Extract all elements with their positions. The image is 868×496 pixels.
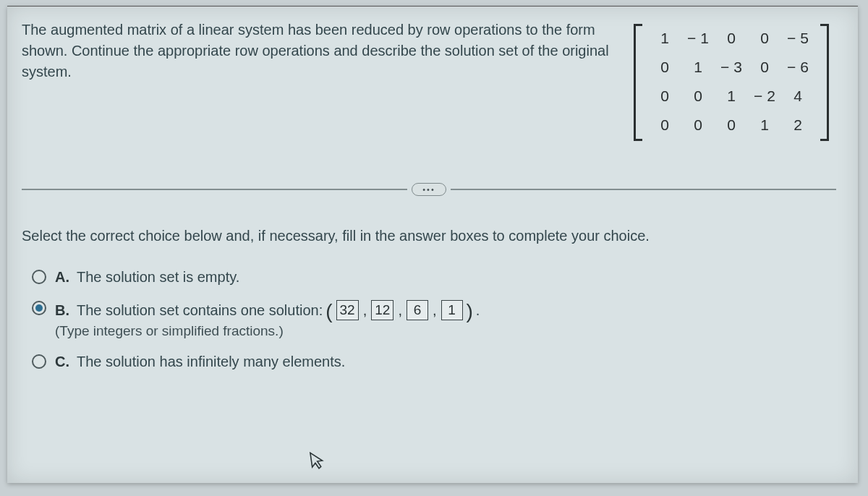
cursor-icon: [308, 450, 328, 477]
choice-text: The solution set contains one solution:: [77, 302, 323, 319]
choice-letter: A.: [55, 269, 69, 286]
matrix-cell: − 6: [787, 59, 809, 76]
matrix-cell: 1: [660, 30, 669, 47]
matrix-grid: 1 − 1 0 0 − 5 0 1 − 3 0 − 6 0 0 1 − 2 4 …: [644, 22, 819, 141]
matrix-cell: − 1: [687, 30, 709, 47]
augmented-matrix: 1 − 1 0 0 − 5 0 1 − 3 0 − 6 0 0 1 − 2 4 …: [634, 20, 829, 144]
answer-box-4[interactable]: 1: [441, 300, 463, 320]
matrix-cell: − 2: [754, 87, 775, 105]
matrix-cell: 4: [793, 87, 802, 105]
answer-box-2[interactable]: 12: [371, 300, 393, 320]
more-dots-button[interactable]: •••: [412, 183, 446, 196]
choice-hint: (Type integers or simplified fractions.): [55, 323, 480, 339]
matrix-cell: 0: [760, 30, 769, 47]
question-card: The augmented matrix of a linear system …: [7, 6, 858, 483]
paren-open: (: [326, 304, 332, 319]
choice-letter: B.: [55, 302, 69, 319]
comma: ,: [398, 302, 402, 319]
comma: ,: [363, 302, 367, 319]
radio-b[interactable]: [32, 301, 46, 315]
matrix-cell: 0: [694, 116, 702, 134]
answer-box-3[interactable]: 6: [407, 300, 428, 320]
matrix-cell: 1: [760, 116, 769, 134]
instruction-text: Select the correct choice below and, if …: [22, 228, 836, 244]
matrix-cell: 1: [694, 59, 702, 76]
matrix-cell: 2: [793, 116, 802, 134]
choice-text: The solution set is empty.: [77, 269, 239, 286]
matrix-cell: 0: [727, 116, 736, 134]
answer-box-1[interactable]: 32: [336, 300, 359, 320]
choice-c[interactable]: C. The solution has infinitely many elem…: [32, 354, 836, 370]
period: .: [476, 302, 480, 319]
matrix-cell: 0: [660, 87, 669, 105]
radio-c[interactable]: [32, 354, 46, 369]
matrix-cell: 0: [660, 116, 669, 134]
choice-list: A. The solution set is empty. B. The sol…: [22, 269, 836, 370]
matrix-cell: 0: [760, 59, 769, 76]
choice-letter: C.: [55, 354, 69, 370]
matrix-cell: − 3: [720, 59, 742, 76]
divider: •••: [22, 180, 836, 199]
choice-a[interactable]: A. The solution set is empty.: [32, 269, 836, 286]
matrix-cell: 0: [727, 30, 736, 47]
radio-a[interactable]: [32, 270, 46, 284]
comma: ,: [433, 302, 437, 319]
choice-text: The solution has infinitely many element…: [77, 354, 345, 370]
matrix-cell: 1: [727, 87, 736, 105]
matrix-cell: 0: [660, 59, 669, 76]
matrix-cell: − 5: [787, 30, 809, 47]
bracket-left: [634, 22, 644, 141]
question-text: The augmented matrix of a linear system …: [22, 20, 619, 82]
top-area: The augmented matrix of a linear system …: [22, 20, 836, 144]
matrix-cell: 0: [694, 87, 702, 105]
bracket-right: [819, 22, 829, 141]
choice-b[interactable]: B. The solution set contains one solutio…: [32, 300, 836, 339]
paren-close: ): [467, 304, 473, 319]
